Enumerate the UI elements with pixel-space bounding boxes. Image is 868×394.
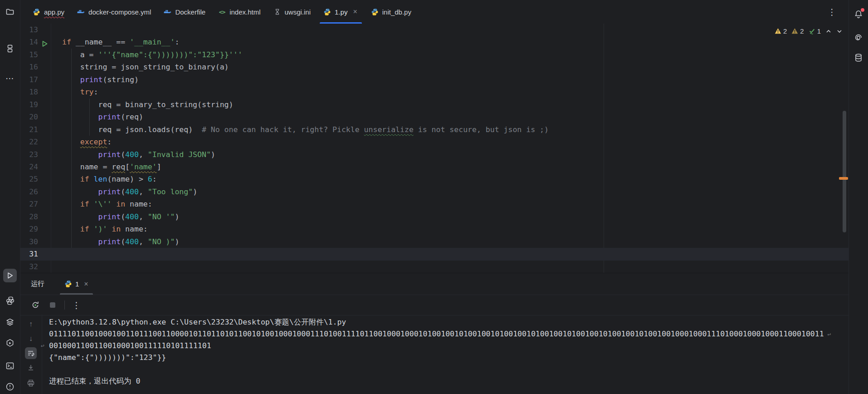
close-icon[interactable]: × bbox=[352, 8, 358, 16]
code-text: if '\'' in name: bbox=[62, 198, 152, 210]
docker-icon bbox=[164, 8, 171, 16]
code-line-15: 15 a = '''{"name":{")))))))":"123"}}''' bbox=[20, 49, 849, 61]
problems-icon[interactable] bbox=[3, 380, 17, 394]
tab-index-html[interactable]: <>index.html bbox=[212, 0, 267, 24]
run-tab-active-indicator bbox=[60, 293, 93, 295]
run-console[interactable]: ↑ ↓ E:\python3.12.8\python.exe C:\Users\… bbox=[20, 315, 849, 394]
warning-icon bbox=[775, 28, 781, 34]
code-line-30: 30 print(400, "NO )") bbox=[20, 236, 849, 248]
code-text: req = binary_to_string(string) bbox=[62, 98, 234, 111]
line-number: 19 bbox=[20, 98, 38, 111]
code-text: try: bbox=[62, 86, 98, 98]
code-line-19: 19 req = binary_to_string(string) bbox=[20, 98, 849, 111]
python-icon bbox=[33, 8, 40, 16]
layers-icon[interactable] bbox=[3, 315, 17, 329]
code-line-20: 20 print(req) bbox=[20, 111, 849, 123]
warning-badge[interactable]: 2 bbox=[775, 27, 787, 35]
line-number: 13 bbox=[20, 24, 38, 36]
line-number: 29 bbox=[20, 223, 38, 235]
code-line-14: 14if __name__ == '__main__': bbox=[20, 36, 849, 48]
tab-docker-compose-yml[interactable]: docker-compose.yml bbox=[71, 0, 157, 24]
code-text: if len(name) > 6: bbox=[62, 173, 157, 185]
console-text: {"name":{")))))))":"123"}} bbox=[49, 353, 166, 362]
error-stripe-mark[interactable] bbox=[839, 177, 848, 180]
code-line-29: 29 if ')' in name: bbox=[20, 223, 849, 235]
python-icon bbox=[64, 280, 72, 288]
scroll-to-end-icon[interactable] bbox=[25, 362, 37, 374]
editor-scrollbar-thumb[interactable] bbox=[843, 111, 846, 232]
tab-label: docker-compose.yml bbox=[88, 8, 151, 16]
line-number: 20 bbox=[20, 111, 38, 123]
code-editor[interactable]: 1314if __name__ == '__main__':15 a = '''… bbox=[20, 24, 849, 273]
tab-1-py[interactable]: 1.py× bbox=[317, 0, 365, 24]
close-icon[interactable]: × bbox=[84, 280, 88, 288]
next-problem-button[interactable] bbox=[836, 28, 843, 34]
warning-count: 2 bbox=[783, 27, 787, 35]
tab-label: index.html bbox=[229, 8, 260, 16]
run-line-icon[interactable] bbox=[41, 39, 48, 45]
rerun-button[interactable] bbox=[30, 300, 41, 310]
prev-problem-button[interactable] bbox=[825, 28, 832, 34]
run-toolbar: ⋮ bbox=[20, 295, 849, 315]
line-number: 26 bbox=[20, 186, 38, 198]
run-tab[interactable]: 1 × bbox=[62, 273, 91, 295]
code-text: req = json.loads(req) # No one can hack … bbox=[62, 123, 549, 136]
tab-uwsgi-ini[interactable]: uwsgi.ini bbox=[267, 0, 317, 24]
console-line-5 bbox=[49, 364, 849, 375]
typo-count: 1 bbox=[817, 27, 821, 35]
line-number: 15 bbox=[20, 49, 38, 61]
line-number: 22 bbox=[20, 136, 38, 148]
tab-init-db-py[interactable]: init_db.py bbox=[365, 0, 418, 24]
run-tab-label: 1 bbox=[75, 280, 79, 288]
stop-button[interactable] bbox=[47, 300, 58, 310]
printer-icon[interactable] bbox=[25, 377, 37, 389]
ai-assistant-icon[interactable] bbox=[852, 31, 865, 44]
tab-dockerfile[interactable]: Dockerfile bbox=[157, 0, 212, 24]
code-line-18: 18 try: bbox=[20, 86, 849, 98]
tab-app-py[interactable]: app.py bbox=[26, 0, 71, 24]
tab-label: app.py bbox=[44, 8, 64, 16]
services-icon[interactable] bbox=[3, 336, 17, 350]
code-text: if __name__ == '__main__': bbox=[62, 36, 179, 48]
soft-wrap-icon[interactable] bbox=[25, 347, 37, 359]
arrow-down-icon[interactable]: ↓ bbox=[25, 333, 37, 345]
line-number: 28 bbox=[20, 211, 38, 223]
line-number: 24 bbox=[20, 161, 38, 173]
structure-icon[interactable] bbox=[3, 42, 17, 55]
ide-window: ⋯ app.pydocker-compose.ymlDockerfile<>in… bbox=[0, 0, 868, 394]
chevron-up-icon bbox=[825, 28, 832, 34]
console-text: 001000110011001000100111110101111101 bbox=[49, 341, 211, 350]
more-icon[interactable]: ⋯ bbox=[3, 71, 17, 85]
line-number: 18 bbox=[20, 86, 38, 98]
python-icon[interactable] bbox=[3, 294, 17, 307]
console-text: E:\python3.12.8\python.exe C:\Users\2323… bbox=[49, 318, 346, 326]
weak-warning-icon bbox=[791, 28, 798, 34]
code-line-21: 21 req = json.loads(req) # No one can ha… bbox=[20, 123, 849, 136]
run-icon[interactable] bbox=[3, 269, 17, 282]
python-icon bbox=[323, 8, 331, 16]
line-number: 30 bbox=[20, 236, 38, 248]
weak-warning-badge[interactable]: 2 bbox=[791, 27, 804, 35]
python-icon bbox=[371, 8, 379, 16]
left-tool-stripe: ⋯ bbox=[0, 0, 20, 394]
run-panel-header: 运行 1 × bbox=[20, 273, 849, 295]
terminal-icon[interactable] bbox=[3, 359, 17, 373]
code-text: print(string) bbox=[62, 74, 139, 86]
line-number: 27 bbox=[20, 198, 38, 210]
code-text: name = req['name'] bbox=[62, 161, 161, 173]
kebab-menu-icon[interactable]: ⋮ bbox=[825, 7, 839, 17]
run-options-kebab-icon[interactable]: ⋮ bbox=[71, 300, 82, 310]
stop-icon bbox=[48, 300, 57, 310]
typo-badge[interactable]: 1 bbox=[809, 27, 821, 35]
editor-tab-bar: app.pydocker-compose.ymlDockerfile<>inde… bbox=[20, 0, 849, 24]
notifications-icon[interactable] bbox=[852, 7, 865, 21]
inspections-widget: 2 2 1 bbox=[775, 27, 843, 35]
code-text: if ')' in name: bbox=[62, 223, 148, 235]
tab-label: uwsgi.ini bbox=[285, 8, 311, 16]
folder-icon[interactable] bbox=[3, 5, 17, 19]
code-text: string = json_string_to_binary(a) bbox=[62, 61, 229, 73]
database-icon[interactable] bbox=[852, 51, 865, 64]
run-panel-title[interactable]: 运行 bbox=[31, 280, 44, 288]
html-icon: <> bbox=[218, 8, 226, 16]
arrow-up-icon[interactable]: ↑ bbox=[25, 318, 37, 330]
